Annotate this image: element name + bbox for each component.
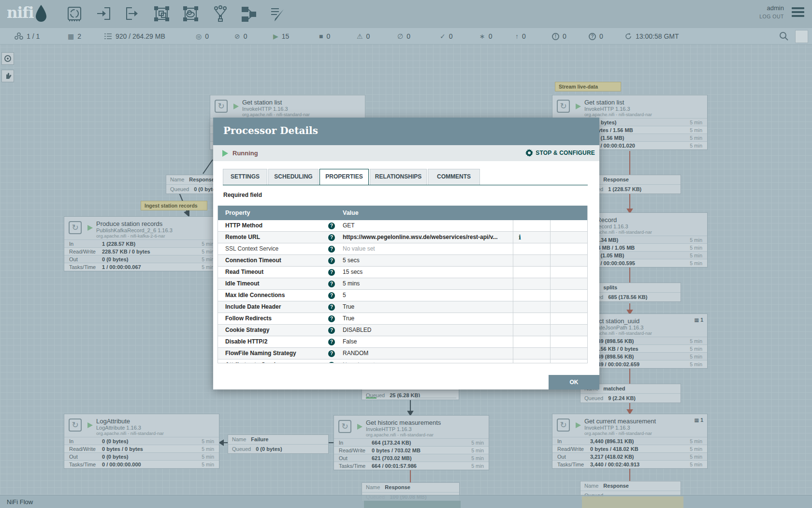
label-icon[interactable] — [269, 5, 286, 23]
remote-process-group-icon[interactable] — [183, 5, 199, 23]
stale-icon: ↑ — [515, 32, 519, 40]
help-icon[interactable]: ? — [328, 350, 335, 357]
processor-icon[interactable] — [66, 5, 83, 23]
locally-modified-icon: ∗ — [479, 32, 485, 40]
help-icon[interactable]: ? — [328, 362, 335, 363]
processor-logattribute[interactable]: ↻ LogAttribute LogAttribute 1.16.3 org.a… — [64, 414, 219, 469]
status-clustered-nodes: 1 / 1 — [14, 28, 40, 45]
navigate-icon — [4, 55, 12, 62]
property-row: Read Timeout? 15 secs — [218, 267, 587, 278]
processor-get-historic-measurements[interactable]: ↻ Get historic measurements InvokeHTTP 1… — [334, 415, 489, 470]
tab-comments[interactable]: COMMENTS — [428, 169, 480, 185]
processor-produce-station-records[interactable]: ↻ Produce station records PublishKafkaRe… — [64, 216, 219, 271]
help-icon[interactable]: ? — [328, 304, 335, 311]
tab-relationships[interactable]: RELATIONSHIPS — [370, 169, 427, 185]
current-user: admin — [767, 4, 784, 12]
property-row: HTTP Method? GET — [218, 220, 587, 232]
processor-title: Produce station records — [96, 220, 162, 227]
ok-button[interactable]: OK — [549, 375, 599, 389]
processor-bundle: org.apache.nifi - nifi-standard-nar — [96, 431, 164, 436]
help-icon[interactable]: ? — [328, 339, 335, 345]
connection-failure[interactable]: NameFailure Queued0 (0 bytes) — [228, 434, 329, 454]
help-icon[interactable]: ? — [328, 257, 335, 264]
navigate-palette-button[interactable] — [1, 52, 14, 65]
processor-title: LogAttribute — [96, 418, 130, 425]
dialog-tabs: SETTINGS SCHEDULING PROPERTIES RELATIONS… — [223, 169, 588, 185]
status-total-queued: 920 / 264.29 MB — [104, 28, 165, 45]
process-group-icon[interactable] — [154, 5, 170, 23]
processor-type-icon: ↻ — [215, 100, 228, 113]
processor-bundle: org.apache.nifi - nifi-standard-nar — [366, 432, 434, 437]
processor-title: Get historic measurements — [366, 419, 441, 426]
search-icon[interactable] — [779, 31, 789, 43]
tab-scheduling[interactable]: SCHEDULING — [268, 169, 319, 185]
processor-title: Get station list — [242, 99, 282, 106]
property-row: Max Idle Connections? 5 — [218, 290, 587, 301]
status-last-refresh: 13:00:58 GMT — [624, 28, 679, 45]
running-state-icon — [87, 225, 93, 231]
help-icon[interactable]: ? — [328, 315, 335, 322]
processor-details-dialog: Processor Details Running STOP & CONFIGU… — [213, 118, 599, 389]
help-icon[interactable]: ? — [328, 292, 335, 299]
stop-and-configure-button[interactable]: STOP & CONFIGURE — [525, 149, 595, 157]
property-row: Include Date Header? True — [218, 301, 587, 313]
property-row: Follow Redirects? True — [218, 313, 587, 325]
refresh-icon[interactable] — [624, 32, 632, 40]
funnel-icon[interactable] — [212, 5, 229, 23]
occluded-canvas-label — [582, 496, 683, 508]
properties-table-header: Property Value — [218, 206, 587, 220]
property-row: FlowFile Naming Strategy? RANDOM — [218, 348, 587, 359]
processor-bundle: org.apache.nifi - nifi-kafka-2-6-nar — [96, 233, 165, 239]
backpressure-size-bar — [415, 397, 456, 399]
canvas-label-stream-live-data[interactable]: Stream live-data — [555, 82, 621, 91]
active-thread-count-badge: ▦1 — [694, 417, 703, 423]
hand-icon — [4, 72, 12, 80]
properties-table: Property Value HTTP Method? GET Remote U… — [218, 206, 588, 363]
running-state-icon — [357, 424, 362, 430]
processor-get-current-measurement[interactable]: ↻ Get current measurement InvokeHTTP 1.1… — [552, 414, 708, 469]
tab-properties[interactable]: PROPERTIES — [319, 169, 369, 185]
locally-modified-stale-icon: ! — [552, 33, 559, 40]
processor-type-icon: ↻ — [69, 221, 82, 234]
processor-bundle: org.apache.nifi - nifi-standard-nar — [584, 431, 652, 436]
help-icon[interactable]: ? — [328, 234, 335, 241]
global-menu-icon[interactable] — [792, 7, 804, 18]
tab-settings[interactable]: SETTINGS — [223, 169, 267, 185]
help-icon[interactable]: ? — [328, 327, 335, 334]
flow-status-bar: 1 / 1 ▦ 2 920 / 264.29 MB ◎ 0 ⊘ 0 ▶ 15 ■… — [0, 28, 812, 45]
logout-link[interactable]: LOG OUT — [759, 14, 784, 19]
gear-icon — [525, 149, 533, 157]
status-running: ▶ 15 — [273, 28, 289, 45]
settings-square-button[interactable] — [795, 30, 808, 43]
help-icon[interactable]: ? — [328, 269, 335, 276]
state-label: Running — [232, 149, 258, 157]
property-row: Cookie Strategy? DISABLED — [218, 325, 587, 336]
backpressure-count-bar — [366, 397, 377, 399]
processor-title: Get current measurement — [584, 418, 656, 425]
queued-list-icon — [104, 33, 112, 40]
running-state-icon — [222, 150, 228, 157]
cluster-icon — [14, 32, 23, 40]
status-disabled: ∅ 0 — [397, 28, 410, 45]
help-icon[interactable]: ? — [328, 281, 335, 287]
help-icon[interactable]: ? — [328, 246, 335, 253]
status-transmitting: ◎ 0 — [196, 28, 209, 45]
dialog-title: Processor Details — [213, 118, 599, 136]
active-thread-count-badge: ▦1 — [694, 317, 703, 323]
input-port-icon[interactable] — [96, 5, 112, 23]
operate-palette-button[interactable] — [1, 70, 14, 82]
invalid-icon: ⚠ — [357, 32, 363, 40]
help-icon[interactable]: ? — [328, 223, 335, 229]
disabled-icon: ∅ — [397, 32, 403, 40]
canvas-label-ingest-station-records[interactable]: Ingest station records — [141, 201, 207, 210]
processor-type: InvokeHTTP 1.16.3 — [584, 106, 630, 112]
status-up-to-date: ✓ 0 — [440, 28, 453, 45]
template-icon[interactable] — [241, 5, 257, 23]
info-icon[interactable]: i — [519, 232, 521, 243]
breadcrumb[interactable]: NiFi Flow — [7, 498, 33, 506]
status-stopped: ■ 0 — [319, 28, 330, 45]
output-port-icon[interactable] — [124, 5, 141, 23]
sync-failure-icon: ? — [589, 33, 596, 40]
property-row: SSL Context Service? No value set — [218, 243, 587, 255]
property-row-clipped: Attributes to Send? No value set — [218, 359, 587, 363]
